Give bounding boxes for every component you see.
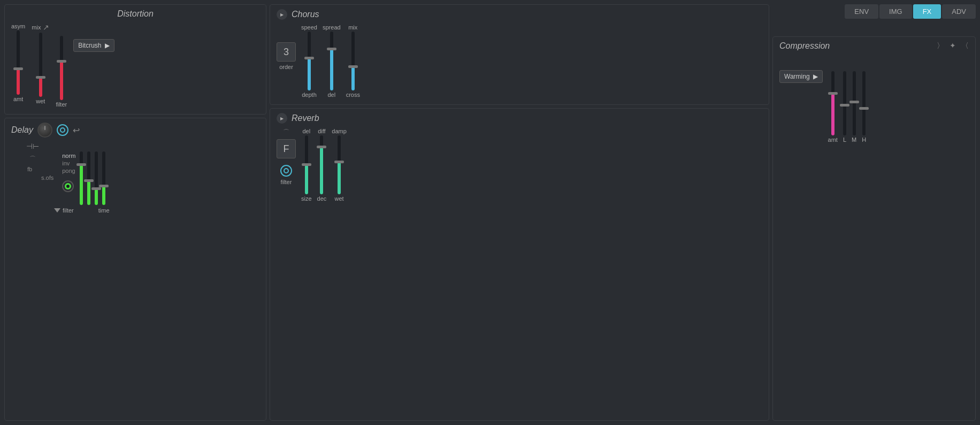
comp-icon3: 〈 — [961, 41, 969, 51]
reverb-del-slider[interactable] — [305, 135, 308, 194]
left-section: Distortion asym amt mix ↗ — [4, 4, 266, 421]
reverb-filter-label: filter — [281, 179, 292, 185]
reverb-play-btn[interactable]: ▶ — [277, 113, 287, 124]
middle-section: ▶ Chorus 3 order speed — [270, 4, 769, 421]
spread-label: spread — [323, 24, 341, 31]
asym-label: asym — [11, 23, 25, 29]
reverb-diff-slider[interactable] — [320, 135, 323, 194]
comp-H-slider[interactable] — [862, 71, 866, 135]
size-label: size — [301, 195, 312, 202]
distortion-dropdown[interactable]: Bitcrush ▶ — [73, 39, 114, 52]
delay-time1-slider[interactable] — [95, 151, 98, 205]
time-label: time — [82, 207, 110, 214]
spread-icon: ⊣⊢ — [11, 142, 53, 150]
delay-knob[interactable] — [37, 123, 52, 138]
tab-img[interactable]: IMG — [879, 4, 912, 19]
norm-mode[interactable]: norm — [62, 153, 75, 159]
pong-mode[interactable]: pong — [62, 168, 75, 174]
inv-mode[interactable]: inv — [62, 160, 75, 166]
reverb-power-btn[interactable] — [280, 165, 292, 177]
delay-modes: norm inv pong — [62, 153, 75, 174]
cross-label: cross — [346, 92, 360, 98]
filter-slider-dist[interactable] — [60, 36, 63, 100]
distortion-dropdown-label: Bitcrush — [78, 42, 101, 49]
chorus-order-value: 3 — [284, 47, 289, 58]
delay-time2-slider[interactable] — [102, 151, 105, 205]
chorus-panel: ▶ Chorus 3 order speed — [270, 4, 769, 105]
chorus-order-box[interactable]: 3 — [277, 42, 296, 62]
comp-L-label: L — [843, 136, 846, 143]
wet-label-reverb: wet — [335, 195, 344, 202]
delay-power-btn[interactable] — [57, 124, 68, 136]
chorus-title: Chorus — [292, 10, 319, 19]
chevron-right-icon: ▶ — [105, 42, 110, 49]
del-label-chorus: del — [327, 92, 335, 98]
distortion-title: Distortion — [11, 9, 259, 19]
compression-icons: 〉 ✦ 〈 — [937, 41, 969, 51]
fb-label: fb — [27, 166, 53, 172]
filter-bottom-label: filter — [63, 207, 74, 214]
asym-slider[interactable] — [17, 31, 20, 95]
filter-label-dist: filter — [56, 101, 67, 108]
damp-label: damp — [332, 128, 347, 134]
order-label: order — [279, 64, 293, 70]
dec-label: dec — [317, 195, 327, 202]
tab-adv[interactable]: ADV — [942, 4, 976, 19]
amt-label: amt — [13, 96, 23, 102]
speed-label: speed — [301, 24, 317, 31]
right-section: ENV IMG FX ADV Compression 〉 ✦ 〈 Warming — [772, 4, 976, 421]
main-container: Distortion asym amt mix ↗ — [0, 0, 980, 425]
diff-label: diff — [318, 128, 325, 134]
chorus-speed-slider[interactable] — [308, 32, 311, 90]
del-label-reverb: del — [302, 128, 310, 134]
depth-label: depth — [302, 92, 317, 98]
mix-label-dist: mix — [32, 24, 41, 31]
compression-dropdown[interactable]: Warming ▶ — [779, 70, 823, 83]
comp-M-slider[interactable] — [853, 71, 856, 135]
reverb-arc-icon: ⌒ — [283, 128, 289, 137]
comp-icon1: 〉 — [937, 41, 944, 51]
wet-label: wet — [36, 98, 45, 104]
reverb-panel: ▶ Reverb ⌒ F filter — [270, 108, 769, 421]
chorus-spread-slider[interactable] — [330, 32, 333, 90]
comp-L-slider[interactable] — [843, 71, 846, 135]
reverb-damp-slider[interactable] — [338, 135, 341, 194]
reverb-title: Reverb — [292, 113, 319, 123]
delay-return-icon[interactable]: ↩ — [73, 125, 80, 135]
sofs-label: s.ofs — [41, 174, 53, 181]
compression-dropdown-label: Warming — [784, 73, 810, 80]
mix-slider-dist[interactable] — [39, 33, 42, 97]
delay-panel: Delay ↩ ⊣⊢ ⌒ fb s.ofs — [4, 118, 266, 421]
reverb-order-box[interactable]: F — [277, 139, 296, 158]
chevron-right-icon-comp: ▶ — [813, 73, 818, 80]
delay-power-small[interactable] — [62, 180, 74, 192]
comp-M-label: M — [852, 136, 856, 143]
reverb-order-value: F — [284, 143, 289, 155]
chorus-mix-slider[interactable] — [351, 32, 355, 90]
comp-amt-slider[interactable] — [831, 71, 834, 135]
comp-icon2: ✦ — [950, 41, 956, 51]
tab-fx[interactable]: FX — [913, 4, 941, 19]
arc-icon: ⌒ — [11, 155, 53, 164]
delay-title: Delay — [11, 125, 33, 135]
chorus-play-btn[interactable]: ▶ — [277, 9, 287, 20]
tab-env[interactable]: ENV — [845, 4, 878, 19]
nav-tabs: ENV IMG FX ADV — [845, 4, 976, 19]
mix-label-chorus: mix — [348, 24, 357, 31]
comp-H-label: H — [862, 136, 866, 143]
compression-title: Compression — [779, 41, 830, 51]
comp-amt-label: amt — [828, 136, 838, 143]
distortion-panel: Distortion asym amt mix ↗ — [4, 4, 266, 115]
filter-triangle-icon — [54, 208, 60, 212]
delay-fb-slider[interactable] — [87, 151, 90, 205]
delay-filter-slider[interactable] — [80, 151, 83, 205]
compression-panel: Compression 〉 ✦ 〈 Warming ▶ — [772, 36, 976, 421]
